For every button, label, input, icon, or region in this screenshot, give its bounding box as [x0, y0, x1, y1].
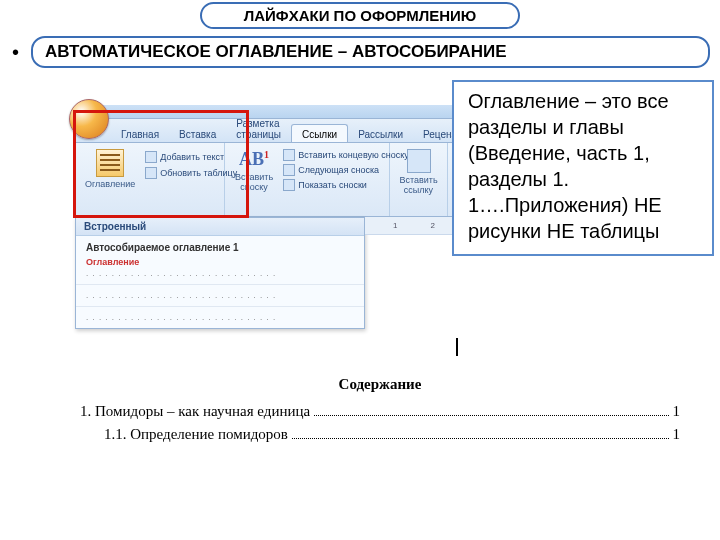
add-text-button[interactable]: Добавить текст	[145, 151, 237, 163]
office-button-icon[interactable]	[69, 99, 109, 139]
citation-icon	[407, 149, 431, 173]
subtitle-text: АВТОМАТИЧЕСКОЕ ОГЛАВЛЕНИЕ – АВТОСОБИРАНИ…	[45, 42, 507, 61]
toc-template-item-1[interactable]: Автособираемое оглавление 1 Оглавление .…	[76, 236, 364, 285]
ribbon-tabs: Главная Вставка Разметка страницы Ссылки…	[75, 119, 470, 143]
info-callout: Оглавление – это все разделы и главы (Вв…	[452, 80, 714, 256]
toc-example-heading: Содержание	[80, 376, 680, 393]
next-footnote-icon	[283, 164, 295, 176]
toc-row-label: 1. Помидоры – как научная единица	[80, 403, 310, 420]
update-icon	[145, 167, 157, 179]
add-text-icon	[145, 151, 157, 163]
toc-label: Оглавление	[85, 179, 135, 189]
tab-insert[interactable]: Вставка	[169, 125, 226, 142]
toc-template-item-3[interactable]: . . . . . . . . . . . . . . . . . . . . …	[76, 307, 364, 328]
ruler-tick: 2	[430, 221, 434, 230]
header-title-badge: ЛАЙФХАКИ ПО ОФОРМЛЕНИЮ	[200, 2, 520, 29]
endnote-icon	[283, 149, 295, 161]
ribbon: Оглавление Добавить текст Обновить табли…	[75, 143, 470, 217]
ribbon-group-citations: Вставить ссылку	[390, 143, 448, 216]
toc-template-title: Автособираемое оглавление 1	[86, 242, 354, 253]
insert-footnote-button[interactable]: AB1 Вставить сноску	[231, 147, 277, 194]
toc-row-page: 1	[673, 426, 681, 443]
subtitle-pill: АВТОМАТИЧЕСКОЕ ОГЛАВЛЕНИЕ – АВТОСОБИРАНИ…	[31, 36, 710, 68]
toc-row-page: 1	[673, 403, 681, 420]
toc-dropdown-panel: Встроенный Автособираемое оглавление 1 О…	[75, 217, 365, 329]
toc-row: 1. Помидоры – как научная единица 1	[80, 403, 680, 420]
ribbon-group-footnotes: AB1 Вставить сноску Вставить концевую сн…	[225, 143, 390, 216]
show-notes-icon	[283, 179, 295, 191]
dropdown-section-header: Встроенный	[76, 218, 364, 236]
ruler-tick: 1	[393, 221, 397, 230]
ab-icon: AB1	[239, 149, 269, 170]
update-toc-button[interactable]: Обновить таблицу	[145, 167, 237, 179]
tab-home[interactable]: Главная	[111, 125, 169, 142]
ribbon-group-toc: Оглавление Добавить текст Обновить табли…	[75, 143, 225, 216]
toc-leader-dots	[314, 415, 668, 416]
insert-footnote-label: Вставить сноску	[235, 172, 273, 192]
toc-example: Содержание 1. Помидоры – как научная еди…	[80, 376, 680, 449]
insert-citation-button[interactable]: Вставить ссылку	[396, 147, 441, 197]
tab-references[interactable]: Ссылки	[291, 124, 348, 142]
toc-template-item-2[interactable]: . . . . . . . . . . . . . . . . . . . . …	[76, 285, 364, 307]
toc-button[interactable]: Оглавление	[81, 147, 139, 191]
tab-mailings[interactable]: Рассылки	[348, 125, 413, 142]
tab-pagelayout[interactable]: Разметка страницы	[226, 114, 291, 142]
toc-row: 1.1. Определение помидоров 1	[80, 426, 680, 443]
toc-icon	[96, 149, 124, 177]
subtitle-row: • АВТОМАТИЧЕСКОЕ ОГЛАВЛЕНИЕ – АВТОСОБИРА…	[10, 36, 710, 68]
text-cursor-icon	[456, 338, 458, 356]
toc-preview-heading: Оглавление	[86, 257, 354, 267]
toc-row-label: 1.1. Определение помидоров	[104, 426, 288, 443]
toc-leader-dots	[292, 438, 669, 439]
info-text: Оглавление – это все разделы и главы (Вв…	[468, 90, 669, 242]
toc-template-preview-line: . . . . . . . . . . . . . . . . . . . . …	[86, 313, 354, 322]
insert-citation-label: Вставить ссылку	[399, 175, 437, 195]
header-title-text: ЛАЙФХАКИ ПО ОФОРМЛЕНИЮ	[244, 7, 477, 24]
word-window: Главная Вставка Разметка страницы Ссылки…	[75, 105, 470, 355]
toc-template-preview-line: . . . . . . . . . . . . . . . . . . . . …	[86, 269, 354, 278]
toc-template-preview-line: . . . . . . . . . . . . . . . . . . . . …	[86, 291, 354, 300]
bullet-icon: •	[10, 41, 21, 64]
